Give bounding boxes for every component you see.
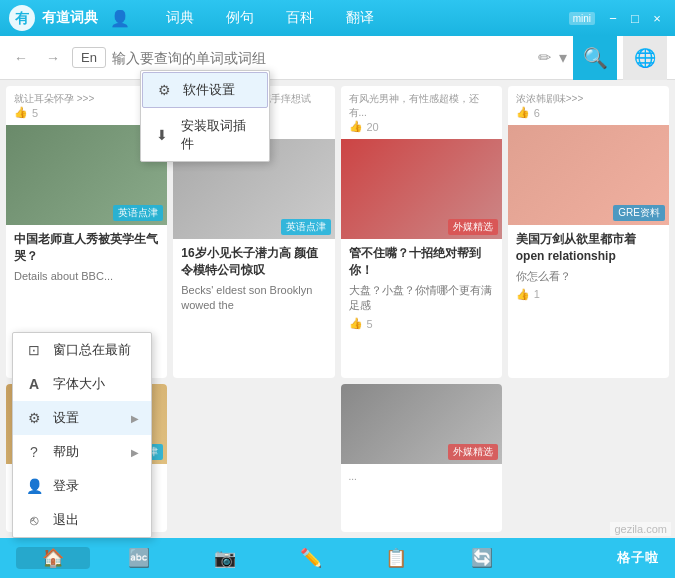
menu-item-login[interactable]: 👤 登录 <box>13 469 151 503</box>
window-controls: mini − □ × <box>569 8 667 28</box>
mini-label: mini <box>569 12 595 25</box>
window-front-icon: ⊡ <box>25 342 43 358</box>
card-4-img: GRE资料 <box>508 125 669 225</box>
card-3-badge: 外媒精选 <box>448 219 498 235</box>
watermark-text: gezila.com <box>614 523 667 535</box>
search-magnifier-icon: 🔍 <box>583 46 608 70</box>
bottom-text-icon[interactable]: 🔤 <box>102 547 176 569</box>
card-3-top-text: 有风光男神，有性感超模，还有... <box>349 92 494 120</box>
search-icons: ✏ ▾ <box>538 48 567 67</box>
back-button[interactable]: ← <box>8 46 34 70</box>
card-3-img: 外媒精选 <box>341 139 502 239</box>
card-3-top-likes: 👍 20 <box>349 120 494 133</box>
like-count: 5 <box>367 318 373 330</box>
watermark: gezila.com <box>610 522 671 536</box>
card-6-text: ... <box>349 470 494 484</box>
globe-icon: 🌐 <box>634 47 656 69</box>
install-plugin-icon: ⬇ <box>153 127 171 143</box>
thumb-icon: 👍 <box>349 120 363 133</box>
card-3[interactable]: 有风光男神，有性感超模，还有... 👍 20 外媒精选 管不住嘴？十招绝对帮到你… <box>341 86 502 378</box>
card-4-title: 美国万剑从欲里都市着open relationship <box>516 231 661 265</box>
font-size-icon: A <box>25 376 43 392</box>
app-name: 有道词典 <box>42 9 98 27</box>
bottom-bar: 🏠 🔤 📷 ✏️ 📋 🔄 格子啦 <box>0 538 675 578</box>
card-3-likes: 👍 5 <box>349 317 494 330</box>
sub-menu-item-install-plugin[interactable]: ⬇ 安装取词插件 <box>141 109 269 161</box>
nav-liju[interactable]: 例句 <box>210 0 270 36</box>
search-button[interactable]: 🔍 <box>573 36 617 80</box>
card-4[interactable]: 浓浓韩剧味>>> 👍 6 GRE资料 美国万剑从欲里都市着open relati… <box>508 86 669 378</box>
bottom-camera-icon[interactable]: 📷 <box>188 547 262 569</box>
dropdown-icon[interactable]: ▾ <box>559 48 567 67</box>
card-4-top-likes: 👍 6 <box>516 106 661 119</box>
card-3-body: 有风光男神，有性感超模，还有... 👍 20 <box>341 86 502 139</box>
sub-menu-item-software-settings[interactable]: ⚙ 软件设置 <box>142 72 268 108</box>
menu-item-label: 字体大小 <box>53 375 105 393</box>
minimize-button[interactable]: − <box>603 8 623 28</box>
nav-bar: 词典 例句 百科 翻译 <box>150 0 569 36</box>
menu-item-label: 退出 <box>53 511 79 529</box>
help-arrow-icon: ▶ <box>131 447 139 458</box>
card-6-img: 外媒精选 <box>341 384 502 464</box>
forward-button[interactable]: → <box>40 46 66 70</box>
card-6-body: ... <box>341 464 502 490</box>
card-2-info: 16岁小见长子潜力高 颜值令模特公司惊叹 Becks' eldest son B… <box>173 239 334 323</box>
card-1-info: 中国老师直人秀被英学生气哭？ Details about BBC... <box>6 225 167 294</box>
settings-icon: ⚙ <box>25 410 43 426</box>
logout-icon: ⎋ <box>25 512 43 528</box>
close-button[interactable]: × <box>647 8 667 28</box>
nav-cidian[interactable]: 词典 <box>150 0 210 36</box>
card-2-badge: 英语点津 <box>281 219 331 235</box>
sub-menu: ⚙ 软件设置 ⬇ 安装取词插件 <box>140 70 270 162</box>
user-icon[interactable]: 👤 <box>110 9 130 28</box>
search-bar: ← → En ✏ ▾ 🔍 🌐 <box>0 36 675 80</box>
card-4-top-text: 浓浓韩剧味>>> <box>516 92 661 106</box>
card-1-desc: Details about BBC... <box>14 269 159 284</box>
globe-button[interactable]: 🌐 <box>623 36 667 80</box>
bottom-refresh-icon[interactable]: 🔄 <box>445 547 519 569</box>
like-count: 1 <box>534 288 540 300</box>
like-count: 6 <box>534 107 540 119</box>
card-1-title: 中国老师直人秀被英学生气哭？ <box>14 231 159 265</box>
language-selector[interactable]: En <box>72 47 106 68</box>
bottom-home-icon[interactable]: 🏠 <box>16 547 90 569</box>
menu-item-window-front[interactable]: ⊡ 窗口总在最前 <box>13 333 151 367</box>
search-input[interactable] <box>112 50 532 66</box>
thumb-icon: 👍 <box>516 106 530 119</box>
app-logo: 有 <box>8 4 36 32</box>
menu-item-label: 设置 <box>53 409 79 427</box>
card-2-desc: Becks' eldest son Brooklyn wowed the <box>181 283 326 314</box>
title-bar: 有 有道词典 👤 词典 例句 百科 翻译 mini − □ × <box>0 0 675 36</box>
card-1-top-likes: 👍 5 <box>14 106 159 119</box>
menu-item-label: 登录 <box>53 477 79 495</box>
help-icon: ? <box>25 444 43 460</box>
thumb-icon: 👍 <box>349 317 363 330</box>
maximize-button[interactable]: □ <box>625 8 645 28</box>
card-6-placeholder <box>173 384 334 532</box>
menu-item-settings[interactable]: ⚙ 设置 ▶ <box>13 401 151 435</box>
card-4-body: 浓浓韩剧味>>> 👍 6 <box>508 86 669 125</box>
menu-item-label: 窗口总在最前 <box>53 341 131 359</box>
menu-item-logout[interactable]: ⎋ 退出 <box>13 503 151 537</box>
sub-menu-item-label: 软件设置 <box>183 81 235 99</box>
sub-menu-item-label: 安装取词插件 <box>181 117 257 153</box>
nav-fanyi[interactable]: 翻译 <box>330 0 390 36</box>
card-2-title: 16岁小见长子潜力高 颜值令模特公司惊叹 <box>181 245 326 279</box>
card-1-badge: 英语点津 <box>113 205 163 221</box>
card-4-desc: 你怎么看？ <box>516 269 661 284</box>
win-buttons: − □ × <box>603 8 667 28</box>
card-4-info: 美国万剑从欲里都市着open relationship 你怎么看？ 👍 1 <box>508 225 669 307</box>
card-1-top-text: 就让耳朵怀孕 >>> <box>14 92 159 106</box>
menu-item-font-size[interactable]: A 字体大小 <box>13 367 151 401</box>
edit-icon[interactable]: ✏ <box>538 48 551 67</box>
menu-item-help[interactable]: ? 帮助 ▶ <box>13 435 151 469</box>
brand-name: 格子啦 <box>617 550 659 565</box>
bottom-list-icon[interactable]: 📋 <box>359 547 433 569</box>
nav-baike[interactable]: 百科 <box>270 0 330 36</box>
svg-text:有: 有 <box>14 10 30 26</box>
like-count: 5 <box>32 107 38 119</box>
card-6-badge: 外媒精选 <box>448 444 498 460</box>
card-6[interactable]: 外媒精选 ... <box>341 384 502 532</box>
card-3-title: 管不住嘴？十招绝对帮到你！ <box>349 245 494 279</box>
bottom-pen-icon[interactable]: ✏️ <box>274 547 348 569</box>
